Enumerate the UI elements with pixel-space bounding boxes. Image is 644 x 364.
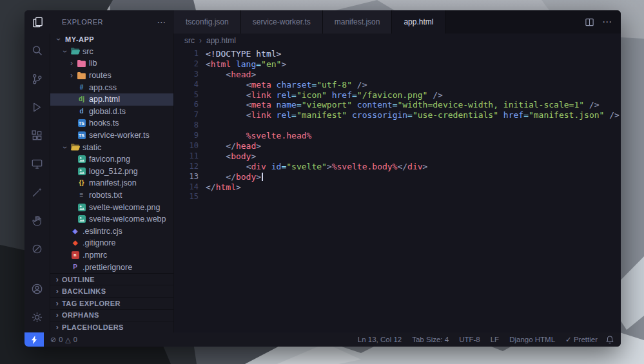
tree-item-manifest-json[interactable]: {}manifest.json <box>50 177 173 189</box>
indentation[interactable]: Tab Size: 4 <box>412 336 449 343</box>
tree-item-favicon-png[interactable]: favicon.png <box>50 153 173 166</box>
tree-item-label: static <box>83 143 101 152</box>
code-line[interactable]: 11 <body> <box>174 151 621 162</box>
line-number: 5 <box>174 90 199 101</box>
remote-explorer-icon <box>30 157 44 171</box>
section-placeholders[interactable]: ›PLACEHOLDERS <box>50 321 173 332</box>
section-orphans[interactable]: ›ORPHANS <box>50 309 173 321</box>
activity-item-circle-slash[interactable] <box>24 235 50 263</box>
ts-icon: TS <box>76 119 87 127</box>
eslint-icon: ◈ <box>70 228 81 235</box>
tree-item-svelte-welcome-png[interactable]: svelte-welcome.png <box>50 201 173 213</box>
cursor-position[interactable]: Ln 13, Col 12 <box>358 336 402 343</box>
activity-item-search[interactable] <box>24 36 50 64</box>
tree-item-prettierignore[interactable]: P.prettierignore <box>50 261 173 273</box>
tree-item-src[interactable]: ›src <box>50 46 173 58</box>
problems-status[interactable]: ⊘ 0 △ 0 <box>44 336 84 344</box>
tree-item-label: robots.txt <box>89 191 122 200</box>
chevron-down-icon[interactable]: › <box>61 143 69 152</box>
top-bar: EXPLORER ⋯ tsconfig.jsonservice-worker.t… <box>24 10 621 34</box>
code-line[interactable]: 9 %svelte.head% <box>174 131 621 141</box>
section-tag-explorer[interactable]: ›TAG EXPLORER <box>50 297 173 309</box>
eol[interactable]: LF <box>491 336 499 343</box>
files-icon <box>31 15 44 29</box>
activity-item-run-debug[interactable] <box>24 93 50 121</box>
chevron-right-icon[interactable]: › <box>67 59 76 67</box>
tree-item-my-app[interactable]: ›MY-APP <box>50 34 173 46</box>
tree-item-routes[interactable]: ›routes <box>50 70 173 82</box>
breadcrumb-item[interactable]: src <box>184 36 195 45</box>
breadcrumb-item[interactable]: app.html <box>206 36 236 45</box>
code-line[interactable]: 5 <link rel="icon" href="/favicon.png" /… <box>174 90 621 101</box>
tree-item-app-css[interactable]: #app.css <box>50 81 173 93</box>
image-icon <box>76 155 87 163</box>
line-number: 4 <box>174 80 199 90</box>
explorer-title: EXPLORER <box>62 18 157 26</box>
language-mode[interactable]: Django HTML <box>509 336 555 343</box>
bell-icon[interactable] <box>598 335 621 344</box>
tab-tsconfig-json[interactable]: tsconfig.json <box>174 10 241 34</box>
account-icon <box>30 282 44 296</box>
code-area[interactable]: 1<!DOCTYPE html>2<html lang="en">3 <head… <box>174 48 621 332</box>
code-line[interactable]: 15 <box>174 192 621 202</box>
encoding[interactable]: UTF-8 <box>459 336 480 343</box>
tree-item-service-worker-ts[interactable]: TSservice-worker.ts <box>50 129 173 142</box>
activity-item-hand[interactable] <box>24 206 50 235</box>
formatter[interactable]: ✓ Prettier <box>565 335 598 344</box>
code-line[interactable]: 10 </head> <box>174 141 621 151</box>
tree-item-logo-512-png[interactable]: logo_512.png <box>50 166 173 178</box>
line-number: 7 <box>174 110 199 120</box>
tab-app-html[interactable]: app.html <box>392 10 445 34</box>
more-actions-icon[interactable]: ⋯ <box>157 17 167 26</box>
code-line[interactable]: 4 <meta charset="utf-8" /> <box>174 80 621 90</box>
code-line[interactable]: 8 <box>174 120 621 131</box>
tab-manifest-json[interactable]: manifest.json <box>323 10 393 34</box>
editor-actions: ⋯ <box>576 10 621 34</box>
line-content: </html> <box>199 182 241 193</box>
line-number: 8 <box>174 120 199 131</box>
tree-item-app-html[interactable]: djapp.html <box>50 93 173 106</box>
activity-item-extensions[interactable] <box>24 121 50 149</box>
sidebar-sections: ›OUTLINE›BACKLINKS›TAG EXPLORER›ORPHANS›… <box>50 273 173 332</box>
editor-pane: src › app.html 1<!DOCTYPE html>2<html la… <box>174 34 621 332</box>
tree-item-lib[interactable]: ›lib <box>50 57 173 70</box>
activity-item-wand[interactable] <box>24 178 50 206</box>
chevron-down-icon[interactable]: › <box>55 35 63 44</box>
code-line[interactable]: 2<html lang="en"> <box>174 59 621 70</box>
folder-lib-icon <box>76 60 87 67</box>
activity-item-explorer[interactable] <box>24 10 50 34</box>
tree-item-hooks-ts[interactable]: TShooks.ts <box>50 117 173 129</box>
tab-service-worker-ts[interactable]: service-worker.ts <box>241 10 323 34</box>
tree-item-eslintrc-cjs[interactable]: ◈.eslintrc.cjs <box>50 225 173 238</box>
image-icon <box>76 204 87 211</box>
section-outline[interactable]: ›OUTLINE <box>50 273 173 285</box>
code-line[interactable]: 7 <link rel="manifest" crossorigin="use-… <box>174 110 621 120</box>
code-line[interactable]: 3 <head> <box>174 70 621 80</box>
split-editor-icon[interactable] <box>585 17 594 27</box>
chevron-right-icon[interactable]: › <box>67 72 76 79</box>
remote-indicator[interactable] <box>24 332 44 347</box>
chevron-down-icon[interactable]: › <box>61 47 69 56</box>
dts-icon: d <box>76 108 87 115</box>
code-line[interactable]: 6 <meta name="viewport" content="width=d… <box>174 100 621 110</box>
file-tree: ›MY-APP›src›lib›routes#app.cssdjapp.html… <box>50 34 173 273</box>
warning-icon: △ <box>65 336 70 344</box>
editor-more-icon[interactable]: ⋯ <box>602 16 612 28</box>
code-line[interactable]: 14</html> <box>174 182 621 193</box>
tree-item-npmrc[interactable]: n.npmrc <box>50 249 173 262</box>
tree-item-global-d-ts[interactable]: dglobal.d.ts <box>50 106 173 118</box>
tree-item-label: .gitignore <box>83 238 115 247</box>
activity-item-account[interactable] <box>24 274 50 303</box>
activity-item-source-control[interactable] <box>24 64 50 93</box>
tree-item-gitignore[interactable]: ◆.gitignore <box>50 237 173 249</box>
code-line[interactable]: 13 </body> <box>174 172 621 182</box>
code-line[interactable]: 1<!DOCTYPE html> <box>174 49 621 59</box>
activity-item-remote-explorer[interactable] <box>24 149 50 178</box>
code-line[interactable]: 12 <div id="svelte">%svelte.body%</div> <box>174 162 621 172</box>
tree-item-robots-txt[interactable]: ≡robots.txt <box>50 189 173 202</box>
tree-item-label: lib <box>89 59 97 68</box>
tree-item-svelte-welcome-webp[interactable]: svelte-welcome.webp <box>50 213 173 225</box>
activity-item-settings[interactable] <box>24 303 50 331</box>
tree-item-static[interactable]: ›static <box>50 141 173 153</box>
section-backlinks[interactable]: ›BACKLINKS <box>50 285 173 297</box>
